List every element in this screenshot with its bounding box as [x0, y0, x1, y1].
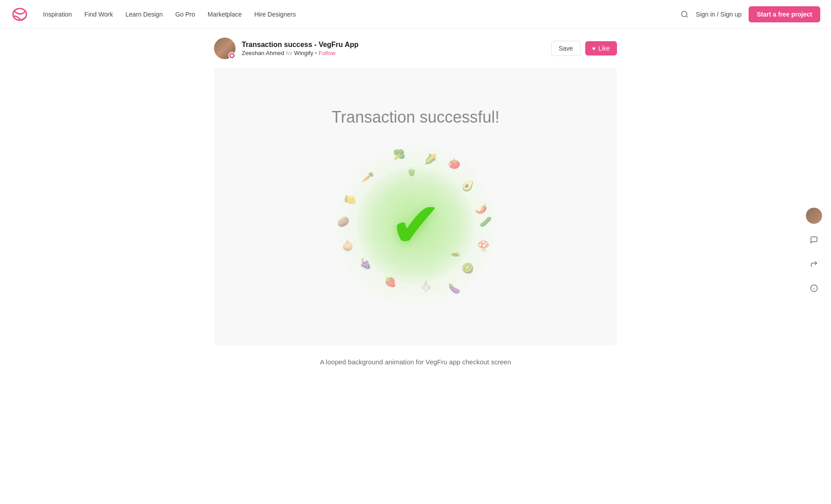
- shot-inner: Transaction successful! 🥦 🌽 🍅 🥕 🥑 🍋 🌶️ 🥔…: [214, 68, 617, 346]
- food-icon: 🌶️: [475, 203, 487, 214]
- check-container: 🥦 🌽 🍅 🥕 🥑 🍋 🌶️ 🥔 🥒 🧅 🍄 🍇 🥝 🍓 🧄 🍆 🫑 🥗: [335, 145, 496, 306]
- heart-icon: ♥: [592, 45, 596, 52]
- svg-point-1: [682, 11, 687, 17]
- like-label: Like: [598, 45, 610, 52]
- shot-info: Transaction success - VegFru App Zeeshan…: [242, 41, 359, 56]
- info-button[interactable]: [806, 280, 822, 296]
- main-content: Transaction success - VegFru App Zeeshan…: [214, 29, 617, 384]
- comment-button[interactable]: [806, 232, 822, 248]
- food-icon: 🍇: [360, 258, 372, 270]
- shot-header: Transaction success - VegFru App Zeeshan…: [214, 29, 617, 68]
- shot-actions: Save ♥ Like: [551, 41, 617, 56]
- search-button[interactable]: [681, 10, 689, 18]
- food-icon: 🍓: [384, 276, 396, 288]
- food-icon: 🍋: [344, 194, 356, 205]
- food-icon: 🧅: [342, 240, 354, 252]
- food-icon: 🥑: [462, 180, 474, 192]
- food-icon: 🥝: [462, 263, 474, 274]
- dot-separator: •: [315, 50, 318, 56]
- shot-caption: A looped background animation for VegFru…: [214, 358, 617, 366]
- food-icon: 🍄: [477, 240, 489, 252]
- navbar-right: Sign in / Sign up Start a free project: [681, 6, 820, 22]
- shot-author-area: Transaction success - VegFru App Zeeshan…: [214, 38, 359, 59]
- share-icon: [810, 260, 818, 268]
- nav-links: Inspiration Find Work Learn Design Go Pr…: [43, 11, 681, 18]
- brand-name[interactable]: Wingify: [294, 50, 313, 56]
- food-icon: 🥦: [393, 149, 405, 161]
- right-sidebar: [806, 208, 822, 296]
- food-icon: 🥕: [362, 171, 374, 183]
- checkmark-icon: ✔: [390, 194, 442, 256]
- save-button[interactable]: Save: [551, 41, 581, 56]
- svg-line-2: [686, 16, 688, 17]
- search-icon: [681, 10, 689, 18]
- share-button[interactable]: [806, 256, 822, 272]
- nav-learn-design[interactable]: Learn Design: [125, 11, 163, 18]
- follow-link[interactable]: Follow: [319, 50, 336, 56]
- nav-find-work[interactable]: Find Work: [85, 11, 113, 18]
- signin-link[interactable]: Sign in / Sign up: [696, 11, 741, 18]
- nav-marketplace[interactable]: Marketplace: [208, 11, 242, 18]
- navbar: Inspiration Find Work Learn Design Go Pr…: [0, 0, 831, 29]
- nav-hire-designers[interactable]: Hire Designers: [254, 11, 296, 18]
- author-name[interactable]: Zeeshan Ahmed: [242, 50, 284, 56]
- shot-canvas: Transaction successful! 🥦 🌽 🍅 🥕 🥑 🍋 🌶️ 🥔…: [214, 68, 617, 346]
- food-icon: 🫑: [407, 167, 416, 177]
- food-icon: 🥔: [337, 216, 349, 228]
- nav-inspiration[interactable]: Inspiration: [43, 11, 72, 18]
- food-icon: 🌽: [424, 154, 437, 165]
- info-icon: [810, 284, 818, 292]
- nav-go-pro[interactable]: Go Pro: [175, 11, 195, 18]
- food-icon: 🧄: [420, 281, 432, 292]
- food-icon: 🥒: [480, 216, 492, 228]
- shot-title: Transaction success - VegFru App: [242, 41, 359, 49]
- transaction-title: Transaction successful!: [332, 108, 500, 127]
- food-icon: 🍆: [448, 283, 460, 295]
- user-avatar-sidebar[interactable]: [806, 208, 822, 224]
- shot-meta: Zeeshan Ahmed for Wingify • Follow: [242, 50, 359, 56]
- for-text: for: [286, 50, 294, 56]
- dribbble-logo[interactable]: [11, 8, 29, 21]
- comment-icon: [810, 236, 818, 244]
- start-project-button[interactable]: Start a free project: [749, 6, 820, 22]
- avatar-badge: [228, 52, 236, 59]
- like-button[interactable]: ♥ Like: [585, 41, 617, 56]
- food-icon: 🍅: [448, 158, 460, 170]
- food-icon: 🥗: [450, 251, 460, 261]
- avatar-wrapper: [214, 38, 236, 59]
